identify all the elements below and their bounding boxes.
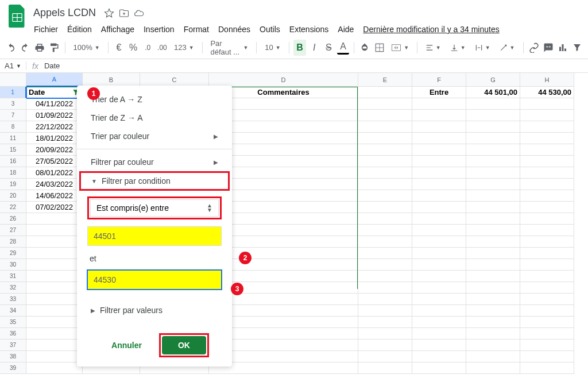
halign-button[interactable]: ▼ (422, 40, 444, 56)
cell[interactable] (412, 236, 466, 248)
cell[interactable] (26, 340, 83, 351)
cell[interactable] (520, 213, 574, 225)
row-header[interactable]: 34 (0, 305, 26, 317)
cell[interactable]: 14/06/2022 (26, 190, 83, 202)
cell[interactable] (358, 110, 412, 121)
cloud-status-icon[interactable] (134, 8, 144, 18)
filter-value-2[interactable]: 44530 (87, 270, 222, 290)
row-header[interactable]: 35 (0, 317, 26, 328)
cell[interactable] (466, 190, 520, 202)
cell[interactable] (358, 294, 412, 305)
fill-color-button[interactable] (359, 40, 371, 56)
cell[interactable] (466, 248, 520, 259)
row-header[interactable]: 29 (0, 248, 26, 259)
cell[interactable] (26, 225, 83, 236)
merge-button[interactable]: ▼ (388, 40, 412, 56)
link-button[interactable] (528, 40, 540, 56)
cell[interactable] (520, 133, 574, 144)
cell[interactable] (412, 156, 466, 167)
row-header[interactable]: 1 (0, 87, 26, 98)
cell[interactable] (520, 179, 574, 190)
comment-button[interactable] (542, 40, 554, 56)
cell[interactable] (520, 259, 574, 271)
cell[interactable] (26, 328, 83, 340)
cell[interactable] (358, 213, 412, 225)
cell[interactable] (520, 144, 574, 156)
sort-az[interactable]: Trier de A → Z (77, 90, 232, 109)
filter-by-condition[interactable]: ▼Filtrer par condition (79, 171, 230, 191)
name-box[interactable]: A1▼ (0, 61, 26, 70)
cell[interactable] (358, 340, 412, 351)
cell[interactable]: 22/12/2022 (26, 121, 83, 133)
col-header-h[interactable]: H (520, 73, 574, 87)
more-formats-select[interactable]: 123▼ (171, 40, 198, 56)
menu-donnees[interactable]: Données (214, 22, 254, 36)
cell[interactable] (26, 248, 83, 259)
cell[interactable] (466, 133, 520, 144)
borders-button[interactable] (373, 40, 385, 56)
row-header[interactable]: 39 (0, 362, 26, 374)
cell[interactable] (520, 317, 574, 328)
cell[interactable] (466, 328, 520, 340)
filter-value-1[interactable]: 44501 (87, 226, 222, 246)
cell[interactable] (520, 282, 574, 294)
italic-button[interactable]: I (308, 40, 320, 56)
last-modified[interactable]: Dernière modification il y a 34 minutes (359, 22, 503, 36)
decrease-decimal-button[interactable]: .0 (142, 40, 154, 56)
cell[interactable] (466, 121, 520, 133)
cell[interactable]: Entre (412, 87, 466, 98)
percent-button[interactable]: % (127, 40, 140, 56)
wrap-button[interactable]: ▼ (471, 40, 494, 56)
cell[interactable] (520, 110, 574, 121)
cell[interactable] (358, 271, 412, 282)
filter-by-color[interactable]: Filtrer par couleur▶ (77, 153, 232, 171)
cell[interactable] (26, 271, 83, 282)
cell[interactable] (358, 190, 412, 202)
cell[interactable] (466, 98, 520, 110)
row-header[interactable]: 31 (0, 271, 26, 282)
cell[interactable] (358, 144, 412, 156)
print-button[interactable] (33, 40, 45, 56)
cell[interactable] (412, 248, 466, 259)
cell[interactable] (412, 282, 466, 294)
cell[interactable] (26, 213, 83, 225)
cell[interactable] (412, 351, 466, 362)
cell[interactable] (358, 179, 412, 190)
cell[interactable] (412, 133, 466, 144)
cell[interactable] (412, 305, 466, 317)
cell[interactable] (358, 156, 412, 167)
cell[interactable] (466, 351, 520, 362)
row-header[interactable]: 18 (0, 167, 26, 179)
sort-by-color[interactable]: Trier par couleur▶ (77, 127, 232, 145)
cell[interactable] (26, 282, 83, 294)
cell[interactable]: 24/03/2022 (26, 179, 83, 190)
row-header[interactable]: 36 (0, 328, 26, 340)
filter-button[interactable] (571, 40, 583, 56)
cell[interactable] (412, 271, 466, 282)
cell[interactable] (358, 351, 412, 362)
cell[interactable] (412, 340, 466, 351)
row-header[interactable]: 27 (0, 225, 26, 236)
cell[interactable] (358, 317, 412, 328)
cell[interactable]: 20/09/2022 (26, 144, 83, 156)
chart-button[interactable] (557, 40, 569, 56)
cell[interactable] (520, 362, 574, 374)
cell[interactable] (358, 248, 412, 259)
row-header[interactable]: 20 (0, 190, 26, 202)
redo-button[interactable] (19, 40, 31, 56)
cell[interactable] (466, 294, 520, 305)
cell[interactable] (466, 305, 520, 317)
cell[interactable] (520, 202, 574, 213)
rotate-button[interactable]: ▼ (496, 40, 519, 56)
cell[interactable] (412, 213, 466, 225)
cell[interactable]: 44 530,00 (520, 87, 574, 98)
cell[interactable] (412, 98, 466, 110)
menu-format[interactable]: Format (180, 22, 213, 36)
cell[interactable]: 07/02/2022 (26, 202, 83, 213)
menu-outils[interactable]: Outils (256, 22, 284, 36)
cell[interactable] (358, 305, 412, 317)
cell[interactable] (466, 271, 520, 282)
row-header[interactable]: 33 (0, 294, 26, 305)
cell[interactable] (412, 328, 466, 340)
row-header[interactable]: 3 (0, 98, 26, 110)
